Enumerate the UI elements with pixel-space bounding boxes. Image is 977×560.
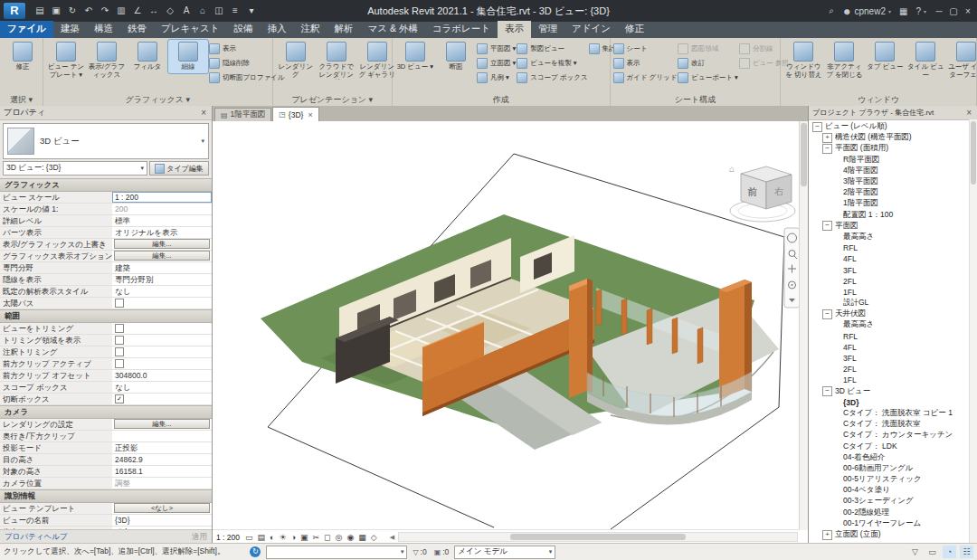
property-value[interactable]: なし: [112, 286, 212, 297]
tree-item[interactable]: 4FL: [809, 342, 977, 353]
tree-item[interactable]: −ビュー (レベル順): [809, 121, 977, 132]
property-value[interactable]: [112, 358, 212, 369]
tree-item[interactable]: 3FL: [809, 264, 977, 275]
ribbon-button-3-3-1[interactable]: ビューを複製 ▾: [517, 57, 587, 69]
temporary-hide-isolate-icon[interactable]: ◎: [336, 531, 343, 544]
ribbon-tab-13[interactable]: アドイン: [564, 21, 618, 38]
horizontal-scrollbar[interactable]: [398, 532, 798, 542]
editable-only-filter[interactable]: ▽:0: [413, 547, 426, 556]
property-value[interactable]: 建築: [112, 262, 212, 273]
ribbon-tab-5[interactable]: 設備: [226, 21, 260, 38]
property-value[interactable]: 編集...: [112, 419, 212, 430]
tree-expander-icon[interactable]: +: [822, 530, 832, 540]
autodesk-account[interactable]: ☻cpnew2▾: [842, 6, 891, 16]
scrollbar-thumb[interactable]: [971, 121, 976, 185]
tree-item[interactable]: 設計GL: [809, 298, 977, 308]
viewcube-right-label[interactable]: 右: [774, 186, 783, 196]
tree-item[interactable]: 00-2隠線処理: [809, 508, 977, 518]
property-value[interactable]: [112, 335, 212, 346]
tree-expander-icon[interactable]: −: [822, 386, 832, 396]
ribbon-button-1-1[interactable]: 表示/グラフィックス: [87, 40, 127, 81]
property-value[interactable]: 24862.9: [112, 454, 212, 465]
app-store-icon[interactable]: ▦: [899, 6, 907, 16]
element-selector[interactable]: 3D ビュー: {3D} ▾: [3, 161, 147, 176]
edit-button[interactable]: <なし>: [114, 503, 210, 513]
tree-item[interactable]: RFL: [809, 242, 977, 253]
ribbon-button-2-1[interactable]: クラウドで レンダリング: [317, 40, 356, 81]
tree-item[interactable]: 04-着色紹介: [809, 452, 977, 463]
ribbon-button-4-0-1[interactable]: 表示: [613, 57, 678, 69]
apply-button[interactable]: 適用: [192, 532, 207, 543]
tree-item[interactable]: 4FL: [809, 253, 977, 264]
checkbox[interactable]: [115, 299, 124, 308]
design-option-selector[interactable]: メイン モデル ▾: [454, 546, 555, 559]
ribbon-button-5-0[interactable]: ウィンドウを 切り替え ▾: [783, 40, 823, 81]
tree-item[interactable]: 3階平面図: [809, 176, 977, 187]
viewcube-front-label[interactable]: 前: [747, 186, 758, 197]
property-value[interactable]: 専門分野別: [112, 274, 212, 285]
ribbon-button-2-2[interactable]: レンダリング ギャラリー: [357, 40, 397, 81]
tree-item[interactable]: 4階平面図: [809, 166, 977, 176]
tree-item[interactable]: 1FL: [809, 375, 977, 385]
view-tab-1[interactable]: ◳{3D}×: [272, 107, 318, 121]
shadows-icon[interactable]: ◑: [291, 531, 296, 544]
ribbon-tab-10[interactable]: コラボレート: [425, 21, 498, 38]
tree-item[interactable]: 00-5リアリスティック: [809, 474, 977, 485]
property-group-header[interactable]: カメラ: [0, 405, 212, 419]
close-icon[interactable]: ×: [308, 110, 312, 119]
open-file-icon[interactable]: ▤: [33, 4, 47, 18]
ribbon-button-4-0-2[interactable]: ガイド グリッド: [613, 71, 678, 83]
ribbon-button-1-2[interactable]: フィルタ: [128, 40, 167, 73]
background-processes-icon[interactable]: ◔: [943, 546, 956, 558]
tree-item[interactable]: RFL: [809, 331, 977, 342]
navigation-bar[interactable]: [784, 228, 800, 308]
close-button[interactable]: ×: [961, 6, 975, 16]
tree-item[interactable]: 2FL: [809, 364, 977, 375]
property-group-header[interactable]: 識別情報: [0, 489, 212, 503]
ribbon-button-3-2-2[interactable]: 凡例 ▾: [477, 71, 516, 83]
redo-icon[interactable]: ↷: [98, 4, 112, 18]
section-icon[interactable]: ◫: [212, 4, 226, 18]
tree-item[interactable]: Cタイプ： 洗面脱衣室: [809, 419, 977, 430]
view-scale-button[interactable]: 1 : 200: [216, 533, 240, 542]
ribbon-button-3-1[interactable]: 断面: [436, 40, 476, 73]
ribbon-tab-3[interactable]: 鉄骨: [120, 21, 154, 38]
tree-item[interactable]: R階平面図: [809, 155, 977, 166]
ribbon-button-1-0[interactable]: ビュー テンプレート ▾: [46, 40, 86, 81]
property-value[interactable]: 標準: [112, 215, 212, 226]
ribbon-button-1-3[interactable]: 細線: [168, 40, 208, 73]
tree-item[interactable]: 00-4ベタ塗り: [809, 485, 977, 496]
property-value[interactable]: [112, 323, 212, 334]
property-value[interactable]: 正投影: [112, 442, 212, 453]
tree-expander-icon[interactable]: −: [812, 122, 822, 132]
ribbon-button-5-3[interactable]: タイル ビュー: [906, 40, 945, 81]
restore-down-button[interactable]: ▢: [946, 6, 961, 16]
ribbon-button-4-1-2[interactable]: ビューポート ▾: [678, 71, 738, 83]
browser-scrollbar[interactable]: [969, 119, 977, 544]
property-value[interactable]: 編集...: [112, 239, 212, 250]
tree-item[interactable]: {3D}: [809, 397, 977, 408]
ribbon-button-3-0[interactable]: 3D ビュー ▾: [395, 40, 435, 73]
edit-button[interactable]: 編集...: [114, 251, 210, 261]
crop-region-visibility-icon[interactable]: ◻: [324, 531, 330, 544]
tree-expander-icon[interactable]: −: [822, 309, 832, 319]
exclude-options-icon[interactable]: ▽: [908, 546, 922, 558]
ribbon-tab-0[interactable]: ファイル: [0, 21, 53, 38]
selection-filter[interactable]: ▣:0: [434, 547, 450, 556]
tag-by-category-icon[interactable]: ◇: [163, 4, 177, 18]
ribbon-tab-8[interactable]: 解析: [327, 21, 360, 38]
property-value[interactable]: 16158.1: [112, 466, 212, 477]
reveal-hidden-elements-icon[interactable]: ◉: [346, 531, 354, 544]
ribbon-tab-6[interactable]: 挿入: [260, 21, 293, 38]
viewcube-home-icon[interactable]: ⌂: [729, 164, 735, 174]
scroll-left-icon[interactable]: ◀: [390, 534, 394, 541]
print-icon[interactable]: ▥: [114, 4, 128, 18]
scale-menu-icon[interactable]: ▭: [245, 531, 253, 544]
scrollbar-thumb[interactable]: [510, 534, 686, 540]
close-icon[interactable]: ×: [964, 108, 973, 118]
checkbox[interactable]: [115, 324, 124, 333]
ribbon-tab-1[interactable]: 建築: [53, 21, 87, 38]
property-value[interactable]: 編集...: [112, 251, 212, 261]
ribbon-tab-12[interactable]: 管理: [531, 21, 564, 38]
ribbon-button-3-2-0[interactable]: 平面図 ▾: [477, 43, 516, 54]
